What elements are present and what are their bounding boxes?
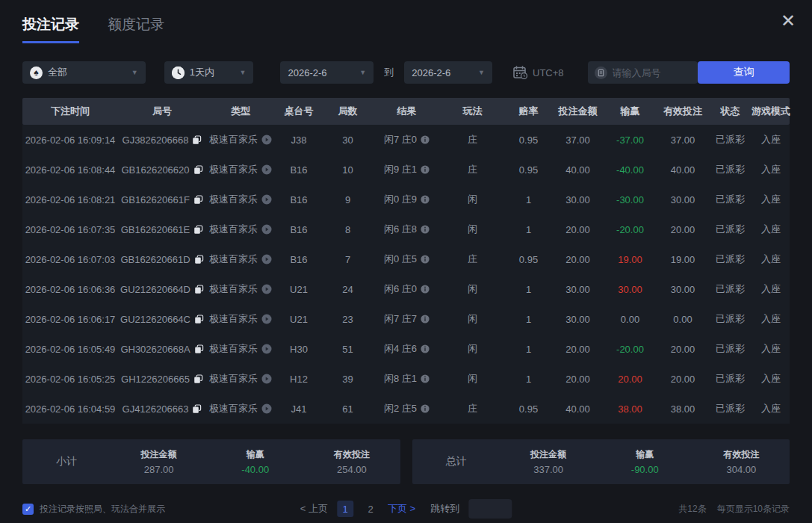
copy-icon[interactable]	[192, 135, 202, 145]
column-header: 游戏模式	[752, 105, 790, 118]
cell-result: 闲6 庄8	[373, 223, 441, 236]
cell-bet-amount: 37.00	[553, 134, 603, 146]
table-row: 2026-02-06 16:05:25GH1226206665极速百家乐H123…	[22, 364, 790, 394]
cell-round-count: 7	[323, 254, 373, 265]
cell-valid-bet: 20.00	[657, 374, 708, 385]
date-to-picker[interactable]: 2026-2-6 ▼	[404, 61, 492, 84]
cell-status: 已派彩	[708, 163, 752, 176]
replay-video-icon[interactable]	[261, 224, 272, 235]
replay-video-icon[interactable]	[261, 134, 272, 145]
cell-round-count: 61	[323, 403, 373, 415]
cell-table-no: J38	[275, 134, 323, 146]
copy-icon[interactable]	[193, 225, 203, 235]
cell-game-type: 极速百家乐	[206, 342, 275, 356]
cell-round-id: GB162620661F	[118, 194, 206, 205]
chevron-down-icon: ▼	[131, 69, 138, 76]
cell-valid-bet: 20.00	[657, 224, 708, 235]
cell-game-type: 极速百家乐	[206, 372, 275, 386]
tab-bet-records[interactable]: 投注记录	[22, 15, 79, 43]
round-id-input[interactable]	[613, 67, 692, 78]
copy-icon[interactable]	[194, 344, 204, 354]
cell-game-mode: 入座	[752, 342, 790, 356]
jump-to-label: 跳转到	[430, 502, 459, 516]
replay-video-icon[interactable]	[261, 314, 272, 324]
column-header: 输赢	[603, 105, 657, 118]
cell-game-mode: 入座	[752, 253, 790, 266]
replay-video-icon[interactable]	[261, 284, 272, 294]
info-icon[interactable]	[421, 195, 430, 204]
replay-video-icon[interactable]	[261, 344, 272, 354]
info-icon[interactable]	[421, 135, 430, 144]
cell-odds: 1	[504, 224, 553, 235]
replay-video-icon[interactable]	[261, 403, 272, 414]
next-page-button[interactable]: 下页 >	[388, 502, 415, 516]
copy-icon[interactable]	[193, 195, 203, 205]
table-body: 2026-02-06 16:09:14GJ3826206668极速百家乐J383…	[22, 125, 790, 424]
page-number-1[interactable]: 1	[337, 501, 353, 517]
copy-icon[interactable]	[194, 315, 204, 324]
cell-table-no: U21	[275, 284, 323, 295]
search-button[interactable]: 查询	[698, 61, 790, 84]
cell-round-count: 24	[323, 284, 373, 295]
cell-round-id: GB162620661D	[118, 254, 206, 265]
cell-bet-time: 2026-02-06 16:07:03	[22, 254, 118, 265]
cell-status: 已派彩	[708, 312, 752, 326]
cell-bet-amount: 30.00	[553, 314, 603, 325]
replay-video-icon[interactable]	[261, 164, 272, 175]
cell-bet-amount: 40.00	[553, 164, 603, 176]
info-icon[interactable]	[421, 344, 430, 353]
page-number-2[interactable]: 2	[362, 501, 379, 517]
cell-play-type: 闲	[441, 312, 504, 326]
cell-table-no: H12	[275, 374, 323, 385]
table-row: 2026-02-06 16:08:21GB162620661F极速百家乐B169…	[22, 185, 790, 214]
cell-winloss: -20.00	[603, 344, 657, 355]
cell-status: 已派彩	[708, 282, 752, 296]
jump-to-page-input[interactable]	[468, 499, 512, 519]
cell-odds: 0.95	[504, 254, 553, 265]
cell-odds: 0.95	[504, 164, 553, 176]
copy-icon[interactable]	[193, 374, 203, 384]
cell-bet-amount: 40.00	[553, 403, 603, 415]
cell-game-type: 极速百家乐	[206, 163, 275, 176]
info-icon[interactable]	[421, 315, 430, 324]
clock-icon	[172, 66, 185, 79]
table-row: 2026-02-06 16:05:49GH302620668A极速百家乐H305…	[22, 334, 790, 364]
column-header: 玩法	[441, 105, 504, 118]
prev-page-button[interactable]: < 上页	[300, 502, 328, 516]
timezone-group: UTC+8	[513, 66, 564, 79]
game-type-dropdown[interactable]: ♠ 全部 ▼	[22, 61, 146, 84]
column-header: 下注时间	[22, 105, 118, 118]
cell-bet-amount: 20.00	[553, 374, 603, 385]
time-range-dropdown[interactable]: 1天内 ▼	[164, 61, 254, 84]
replay-video-icon[interactable]	[261, 254, 272, 264]
info-icon[interactable]	[421, 165, 430, 174]
cell-valid-bet: 0.00	[657, 314, 708, 325]
cell-round-id: GU212620664D	[118, 284, 206, 295]
info-icon[interactable]	[421, 225, 430, 234]
info-icon[interactable]	[421, 374, 430, 383]
cell-play-type: 闲	[441, 342, 504, 356]
merge-checkbox[interactable]: ✓	[22, 504, 34, 515]
cell-status: 已派彩	[708, 253, 752, 266]
info-icon[interactable]	[421, 285, 430, 294]
cell-table-no: J41	[275, 403, 323, 415]
tab-quota-records[interactable]: 额度记录	[108, 15, 164, 43]
cell-table-no: H30	[275, 344, 323, 355]
column-header: 桌台号	[275, 105, 323, 118]
column-header: 局数	[323, 105, 373, 118]
copy-icon[interactable]	[192, 404, 202, 414]
info-icon[interactable]	[421, 404, 430, 413]
copy-icon[interactable]	[193, 165, 203, 175]
cell-game-type: 极速百家乐	[206, 253, 275, 266]
column-header: 类型	[206, 105, 275, 118]
date-from-picker[interactable]: 2026-2-6 ▼	[280, 61, 374, 84]
info-icon[interactable]	[421, 255, 430, 264]
cell-result: 闲0 庄9	[373, 193, 441, 206]
copy-icon[interactable]	[194, 255, 204, 264]
replay-video-icon[interactable]	[261, 194, 272, 205]
close-icon[interactable]: ✕	[781, 12, 796, 30]
replay-video-icon[interactable]	[261, 374, 272, 384]
table-row: 2026-02-06 16:06:17GU212620664C极速百家乐U212…	[22, 304, 790, 334]
cell-odds: 1	[504, 314, 553, 325]
copy-icon[interactable]	[194, 285, 204, 294]
